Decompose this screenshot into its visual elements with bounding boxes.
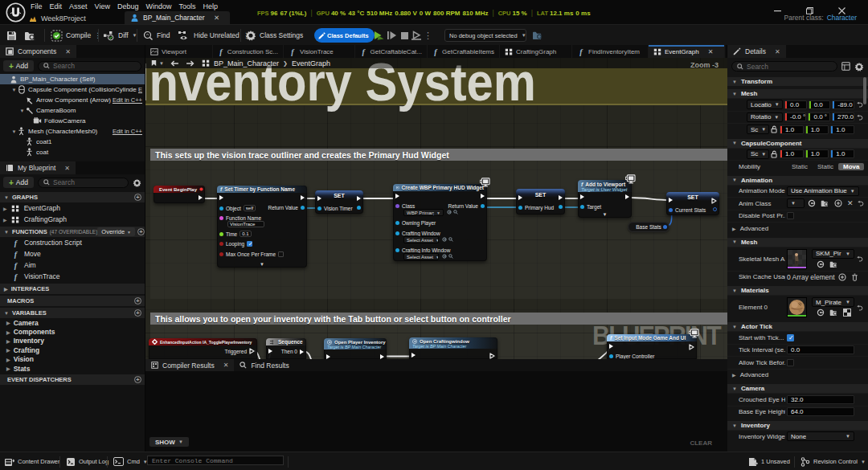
variable-category-crafting[interactable]: ▶Crafting bbox=[0, 345, 145, 354]
tab-my-blueprint[interactable]: My Blueprint ✕ bbox=[0, 161, 76, 174]
axis-value-x[interactable]: 1.0 bbox=[780, 125, 804, 134]
function-item-move[interactable]: fMove bbox=[0, 248, 145, 260]
back-icon[interactable] bbox=[170, 60, 179, 67]
node-open-craftingwindow[interactable]: Open Craftingwindow Target is BP Main Ch… bbox=[409, 337, 497, 359]
tree-item-arrow-component-arrow-[interactable]: Arrow Component (Arrow)Edit in C++ bbox=[0, 95, 145, 105]
reset-to-default-icon[interactable] bbox=[856, 304, 868, 311]
diff-button[interactable]: Diff ▼ bbox=[103, 27, 137, 44]
exec-out-pin[interactable] bbox=[481, 194, 485, 198]
expander-icon[interactable]: ▼ bbox=[11, 88, 17, 92]
asset-tab-bp-main-character[interactable]: BP_Main_Character ✕ bbox=[125, 11, 230, 24]
detail-input[interactable]: 32.0 bbox=[787, 395, 854, 404]
axis-value-z[interactable]: 270.0 bbox=[832, 112, 854, 121]
crafting-window-pin[interactable] bbox=[395, 231, 399, 235]
output-pin[interactable] bbox=[559, 205, 563, 209]
doc-tab-craftinggraph[interactable]: CraftingGraph bbox=[500, 45, 572, 58]
axis-value-y[interactable]: 0.0 bbox=[809, 100, 831, 109]
hide-unrelated-button[interactable]: Hide Unrelated ⋮ bbox=[178, 27, 250, 44]
exec-out-pin[interactable] bbox=[301, 195, 305, 200]
axis-value-x[interactable]: 1.0 bbox=[780, 149, 804, 158]
edit-in-cpp-link[interactable]: E bbox=[138, 86, 142, 93]
class-find-icon[interactable] bbox=[453, 210, 458, 215]
details-section-camera[interactable]: ▼Camera bbox=[727, 384, 868, 393]
macros-section[interactable]: MACROS+ bbox=[0, 296, 145, 306]
looping-pin[interactable] bbox=[219, 242, 223, 246]
use-selected-icon[interactable] bbox=[817, 309, 825, 317]
close-my-blueprint-icon[interactable]: ✕ bbox=[64, 165, 70, 172]
function-item-visiontrace[interactable]: fVisionTrace bbox=[0, 271, 145, 282]
object-value-input[interactable]: self bbox=[244, 205, 256, 211]
anim-class-dropdown[interactable]: ▼ bbox=[787, 198, 805, 208]
add-blueprint-item-button[interactable]: +Add bbox=[3, 177, 34, 188]
add-icon[interactable] bbox=[834, 199, 842, 207]
base-stats-pin[interactable] bbox=[663, 225, 667, 229]
bookmark-dropdown-icon[interactable]: ▼ bbox=[159, 61, 164, 66]
tree-item-capsule-component-collisioncylinder-[interactable]: ▼Capsule Component (CollisionCylinder)E bbox=[0, 84, 145, 95]
add-functions-section-icon[interactable]: + bbox=[137, 228, 145, 235]
material-thumbnail[interactable] bbox=[787, 297, 807, 317]
doc-tab-construction-sc-[interactable]: fConstruction Sc... bbox=[213, 45, 284, 58]
node-add-to-viewport[interactable]: f Add to Viewport Target is User Widget … bbox=[578, 180, 632, 218]
add-macros-section-icon[interactable]: + bbox=[134, 297, 141, 304]
details-section-animation[interactable]: ▼Animation bbox=[727, 176, 868, 185]
project-tab[interactable]: Week8Project bbox=[29, 12, 86, 24]
exec-in-pin[interactable] bbox=[268, 349, 272, 354]
menu-file[interactable]: File bbox=[29, 2, 44, 10]
display-filter-icon[interactable] bbox=[841, 62, 850, 71]
exec-out-pin[interactable] bbox=[199, 195, 203, 200]
axis-value-y[interactable]: 0.0 ° bbox=[808, 112, 829, 121]
mobility-option-static[interactable]: Static bbox=[813, 163, 838, 170]
return-value-pin[interactable] bbox=[301, 206, 305, 210]
graph-item-eventgraph[interactable]: ▶EventGraph bbox=[0, 202, 145, 214]
asset-dropdown[interactable]: SKM_Pir▼ bbox=[812, 249, 854, 259]
tab-details[interactable]: Details ✕ bbox=[727, 45, 786, 58]
play-button[interactable] bbox=[373, 27, 385, 44]
doc-tab-findinventoryitem[interactable]: fFindInventoryItem bbox=[572, 45, 649, 58]
doc-tab-eventgraph[interactable]: EventGraph✕ bbox=[649, 45, 725, 58]
bookmark-icon[interactable] bbox=[150, 59, 158, 67]
use-selected-icon[interactable] bbox=[817, 260, 825, 268]
collapse-chevron-icon[interactable]: ▼ bbox=[603, 212, 608, 217]
axis-value-x[interactable]: -0.0 ° bbox=[784, 112, 806, 121]
node-open-player-inventory[interactable]: Open Player Inventory Target is BP Main … bbox=[324, 338, 387, 359]
menu-edit[interactable]: Edit bbox=[48, 2, 64, 10]
mobility-option-static[interactable]: Static bbox=[787, 163, 813, 170]
cmd-button[interactable]: Cmd ▼ bbox=[110, 452, 151, 470]
node-sequence[interactable]: Sequence Then 0 bbox=[266, 338, 306, 359]
detail-dropdown[interactable]: Use Animation Blue▼ bbox=[787, 186, 859, 196]
my-blueprint-search-input[interactable]: Search bbox=[38, 178, 129, 188]
variables-section[interactable]: ▼VARIABLES+ bbox=[0, 308, 145, 318]
output-pin[interactable] bbox=[357, 206, 361, 210]
max-once-pin[interactable] bbox=[219, 252, 223, 256]
comment2-header[interactable]: This allows you to open your inventory w… bbox=[150, 313, 728, 325]
play-options-icon[interactable]: ⋮ bbox=[424, 31, 432, 41]
node-get-base-stats[interactable]: Base Stats bbox=[628, 222, 669, 232]
variable-category-vision[interactable]: ▶Vision bbox=[0, 355, 145, 364]
node-enhanced-input-action[interactable]: EnhancedInputAction IA_TogglePlayerInven… bbox=[149, 338, 257, 359]
exec-in-pin[interactable] bbox=[580, 194, 584, 199]
forward-icon[interactable] bbox=[186, 60, 194, 67]
unsaved-button[interactable]: 1 Unsaved bbox=[744, 452, 793, 470]
axis-value-z[interactable]: -89.0 bbox=[832, 100, 854, 109]
expander-icon[interactable]: ▼ bbox=[19, 108, 25, 113]
owning-player-pin[interactable] bbox=[395, 221, 399, 225]
parent-class-link[interactable]: Character bbox=[827, 14, 857, 22]
breadcrumb-leaf[interactable]: EventGraph bbox=[292, 59, 330, 67]
asset-dropdown[interactable]: M_Pirate▼ bbox=[812, 297, 854, 307]
tree-item-bp-main-character-self-[interactable]: BP_Main_Character (Self) bbox=[0, 74, 145, 84]
vision-timer-pin[interactable] bbox=[317, 206, 321, 210]
axis-value-z[interactable]: 1.0 bbox=[830, 125, 854, 134]
exec-in-pin[interactable] bbox=[411, 353, 416, 358]
node-set-input-mode[interactable]: f Set Input Mode Game And UI Player Cont… bbox=[607, 334, 697, 359]
console-command-input[interactable]: Enter Console Command bbox=[147, 456, 284, 465]
exec-in-pin[interactable] bbox=[609, 344, 613, 349]
exec-in-pin[interactable] bbox=[317, 196, 321, 201]
detail-input[interactable]: 0.0 bbox=[787, 345, 854, 354]
object-pin[interactable] bbox=[219, 206, 223, 210]
debug-object-select[interactable]: No debug object selected ▼ bbox=[444, 29, 526, 42]
comment1-header[interactable]: This sets up the vision trace outliner a… bbox=[150, 149, 728, 161]
doc-tab-getcraftableitems[interactable]: fGetCraftableItems bbox=[428, 45, 500, 58]
add-component-button[interactable]: +Add bbox=[3, 60, 34, 72]
event-dispatchers-section[interactable]: EVENT DISPATCHERS+ bbox=[0, 374, 145, 385]
output-log-button[interactable]: Output Log bbox=[63, 452, 112, 470]
